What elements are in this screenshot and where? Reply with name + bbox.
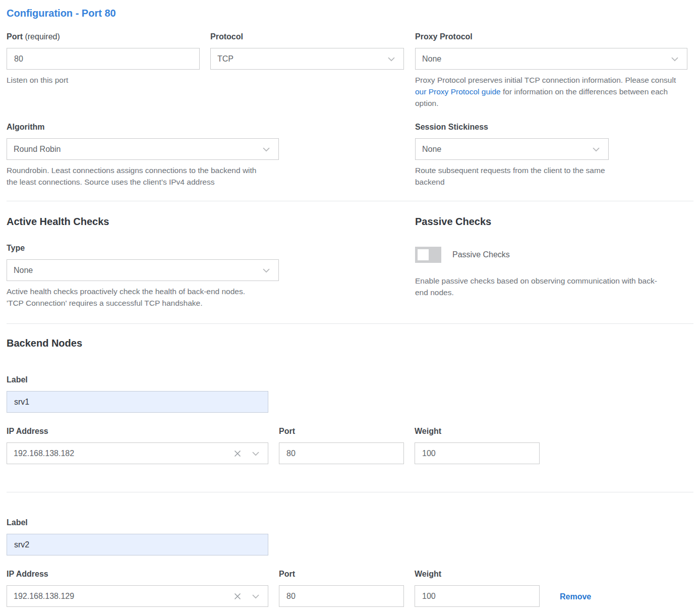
node-address-row: IP Address 192.168.138.182 Port	[7, 426, 693, 464]
algorithm-label: Algorithm	[7, 122, 279, 132]
nodebalancer-config-panel: Configuration - Port 80 Port (required) …	[0, 0, 700, 614]
backend-node: Label IP Address 192.168.138.129	[7, 518, 693, 607]
node-ip-value: 192.168.138.129	[14, 592, 232, 601]
chevron-down-icon[interactable]	[250, 448, 261, 459]
session-stickiness-field: Session Stickiness None Route subsequent…	[415, 122, 609, 188]
protocol-label: Protocol	[210, 32, 404, 42]
node-divider	[7, 492, 693, 492]
port-input[interactable]	[7, 48, 200, 70]
backend-node: Label IP Address 192.168.138.182	[7, 375, 693, 464]
algorithm-field: Algorithm Round Robin Roundrobin. Least …	[7, 122, 279, 188]
node-ip-value: 192.168.138.182	[14, 449, 232, 458]
chevron-down-icon	[591, 144, 602, 155]
node-weight-field: Weight	[415, 426, 540, 464]
node-port-field: Port	[279, 426, 404, 464]
port-required-note: (required)	[25, 32, 60, 41]
node-port-label: Port	[279, 569, 404, 579]
health-check-type-field: Type None Active health checks proactive…	[7, 243, 279, 309]
clear-icon[interactable]	[232, 591, 243, 601]
node-label-input[interactable]	[7, 391, 268, 413]
session-stickiness-label: Session Stickiness	[415, 122, 609, 132]
backend-nodes-heading: Backend Nodes	[7, 337, 693, 350]
node-weight-label: Weight	[415, 569, 540, 579]
node-label-input[interactable]	[7, 534, 268, 555]
health-check-type-helper-text: Active health checks proactively check t…	[7, 286, 259, 309]
algorithm-select-value: Round Robin	[14, 145, 61, 154]
passive-checks-heading: Passive Checks	[415, 215, 690, 228]
algorithm-helper-text: Roundrobin. Least connections assigns co…	[7, 164, 259, 188]
section-divider	[7, 323, 693, 324]
node-ip-field: IP Address 192.168.138.182	[7, 426, 268, 464]
passive-checks-toggle[interactable]	[415, 247, 441, 263]
proxy-protocol-select-value: None	[422, 54, 441, 64]
node-weight-label: Weight	[415, 426, 540, 436]
passive-checks-section: Passive Checks Passive Checks Enable pas…	[415, 215, 690, 298]
health-check-type-select[interactable]: None	[7, 259, 279, 281]
protocol-select-value: TCP	[217, 54, 234, 64]
port-field: Port (required) Listen on this port	[7, 32, 200, 86]
chevron-down-icon	[261, 144, 272, 155]
node-weight-field: Weight	[415, 569, 540, 607]
node-ip-combobox[interactable]: 192.168.138.182	[7, 442, 268, 464]
node-label-label: Label	[7, 375, 268, 385]
passive-checks-toggle-label: Passive Checks	[452, 250, 510, 259]
protocol-select[interactable]: TCP	[210, 48, 404, 70]
node-port-label: Port	[279, 426, 404, 436]
port-helper-text: Listen on this port	[7, 74, 200, 86]
session-stickiness-select-value: None	[422, 145, 441, 154]
health-check-type-select-value: None	[14, 266, 33, 275]
row-algorithm-stickiness: Algorithm Round Robin Roundrobin. Least …	[7, 122, 693, 188]
algorithm-select[interactable]: Round Robin	[7, 138, 279, 160]
node-label-label: Label	[7, 518, 268, 528]
proxy-protocol-guide-link[interactable]: our Proxy Protocol guide	[415, 87, 501, 96]
config-title-link[interactable]: Configuration - Port 80	[7, 7, 116, 20]
section-divider	[7, 201, 693, 201]
node-port-field: Port	[279, 569, 404, 607]
node-ip-label: IP Address	[7, 426, 268, 436]
node-label-field: Label	[7, 518, 268, 555]
protocol-field: Protocol TCP	[210, 32, 404, 70]
node-ip-field: IP Address 192.168.138.129	[7, 569, 268, 607]
node-label-field: Label	[7, 375, 268, 413]
remove-node-button[interactable]: Remove	[560, 592, 591, 601]
node-address-row: IP Address 192.168.138.129 Port	[7, 569, 693, 607]
node-remove-container: Remove	[560, 592, 591, 601]
active-health-checks-heading: Active Health Checks	[7, 215, 279, 228]
passive-checks-helper-text: Enable passive checks based on observing…	[415, 275, 667, 298]
proxy-protocol-label: Proxy Protocol	[415, 32, 687, 42]
session-stickiness-helper-text: Route subsequent requests from the clien…	[415, 164, 609, 188]
node-weight-input[interactable]	[415, 585, 540, 607]
health-check-type-label: Type	[7, 243, 279, 253]
row-health-checks: Active Health Checks Type None Active he…	[7, 215, 693, 309]
proxy-helper-before: Proxy Protocol preserves initial TCP con…	[415, 76, 676, 84]
clear-icon[interactable]	[232, 449, 243, 459]
node-weight-input[interactable]	[415, 442, 540, 464]
chevron-down-icon	[669, 53, 680, 65]
toggle-thumb	[418, 249, 429, 260]
chevron-down-icon[interactable]	[250, 591, 261, 602]
proxy-protocol-helper-text: Proxy Protocol preserves initial TCP con…	[415, 74, 687, 109]
session-stickiness-select[interactable]: None	[415, 138, 609, 160]
row-port-protocol: Port (required) Listen on this port Prot…	[7, 32, 693, 109]
port-label-text: Port	[7, 32, 23, 41]
chevron-down-icon	[261, 265, 272, 276]
node-port-input[interactable]	[279, 442, 404, 464]
active-health-checks-section: Active Health Checks Type None Active he…	[7, 215, 279, 309]
node-ip-combobox[interactable]: 192.168.138.129	[7, 585, 268, 607]
proxy-protocol-select[interactable]: None	[415, 48, 687, 70]
chevron-down-icon	[386, 53, 397, 65]
node-port-input[interactable]	[279, 585, 404, 607]
passive-checks-toggle-row: Passive Checks	[415, 247, 690, 263]
port-label: Port (required)	[7, 32, 200, 42]
node-ip-label: IP Address	[7, 569, 268, 579]
proxy-protocol-field: Proxy Protocol None Proxy Protocol prese…	[415, 32, 687, 109]
